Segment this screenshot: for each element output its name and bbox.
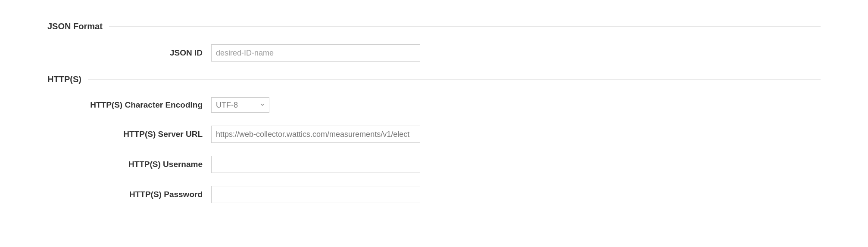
section-divider [109, 26, 821, 27]
section-header-json-format: JSON Format [47, 22, 821, 31]
form-row-json-id: JSON ID [47, 44, 821, 62]
server-url-label: HTTP(S) Server URL [47, 130, 211, 139]
encoding-select[interactable]: UTF-8 [211, 97, 269, 113]
form-row-username: HTTP(S) Username [47, 156, 821, 173]
password-input[interactable] [211, 186, 420, 203]
password-label: HTTP(S) Password [47, 190, 211, 199]
form-row-server-url: HTTP(S) Server URL [47, 126, 821, 143]
form-row-password: HTTP(S) Password [47, 186, 821, 203]
server-url-input[interactable] [211, 126, 420, 143]
section-title-https: HTTP(S) [47, 74, 88, 84]
encoding-label: HTTP(S) Character Encoding [47, 100, 211, 110]
section-title-json-format: JSON Format [47, 22, 109, 31]
section-divider [88, 79, 821, 80]
json-id-input[interactable] [211, 44, 420, 62]
section-header-https: HTTP(S) [47, 74, 821, 84]
json-id-label: JSON ID [47, 48, 211, 58]
username-input[interactable] [211, 156, 420, 173]
form-row-encoding: HTTP(S) Character Encoding UTF-8 [47, 97, 821, 113]
username-label: HTTP(S) Username [47, 160, 211, 169]
